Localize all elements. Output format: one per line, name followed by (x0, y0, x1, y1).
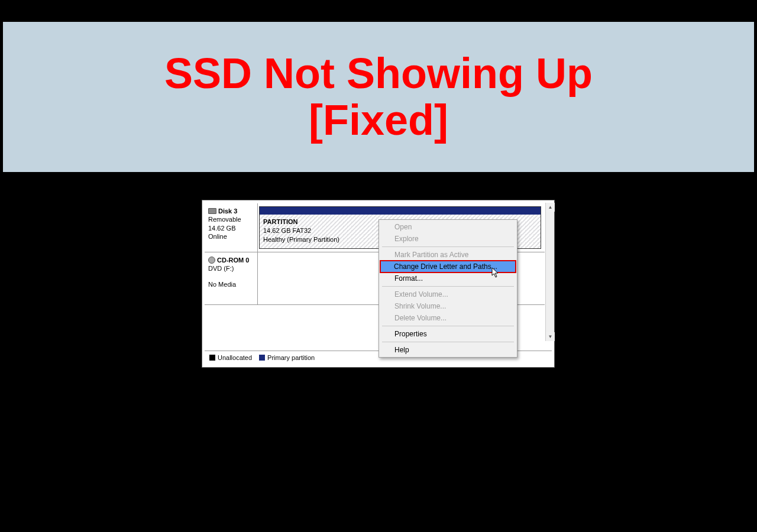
swatch-primary (259, 355, 265, 361)
disk3-size: 14.62 GB (208, 224, 255, 232)
disk3-name: Disk 3 (218, 207, 237, 215)
scroll-up-button[interactable]: ▲ (546, 203, 555, 212)
menu-mark-active[interactable]: Mark Partition as Active (380, 249, 516, 261)
cdrom0-status: No Media (208, 280, 255, 288)
cdrom0-name: CD-ROM 0 (217, 256, 249, 264)
banner-title: SSD Not Showing Up[Fixed] (164, 50, 593, 144)
menu-change-drive-letter[interactable]: Change Drive Letter and Paths... (380, 260, 516, 273)
menu-separator (382, 326, 514, 326)
menu-format[interactable]: Format... (380, 273, 516, 284)
menu-extend-volume[interactable]: Extend Volume... (380, 288, 516, 300)
cdrom0-info[interactable]: CD-ROM 0 DVD (F:) No Media (205, 252, 258, 304)
disk3-status: Online (208, 232, 255, 241)
menu-help[interactable]: Help (380, 344, 516, 356)
menu-separator (382, 286, 514, 287)
menu-properties[interactable]: Properties (380, 328, 516, 340)
scrollbar[interactable]: ▲ ▼ (545, 203, 554, 341)
title-banner: SSD Not Showing Up[Fixed] (3, 22, 754, 172)
context-menu: Open Explore Mark Partition as Active Ch… (378, 219, 517, 358)
legend-unallocated: Unallocated (218, 354, 252, 361)
disk3-info[interactable]: Disk 3 Removable 14.62 GB Online (205, 203, 258, 252)
menu-separator (382, 246, 514, 247)
menu-delete-volume[interactable]: Delete Volume... (380, 312, 516, 324)
menu-open[interactable]: Open (380, 221, 516, 233)
menu-explore[interactable]: Explore (380, 233, 516, 245)
drive-icon (208, 208, 216, 214)
disk3-type: Removable (208, 215, 255, 223)
cd-icon (208, 257, 215, 264)
cdrom0-type: DVD (F:) (208, 264, 255, 273)
menu-separator (382, 342, 514, 342)
swatch-unallocated (209, 355, 215, 361)
legend-primary: Primary partition (267, 354, 315, 361)
scroll-down-button[interactable]: ▼ (546, 332, 555, 341)
partition-header (260, 207, 541, 215)
menu-shrink-volume[interactable]: Shrink Volume... (380, 300, 516, 312)
